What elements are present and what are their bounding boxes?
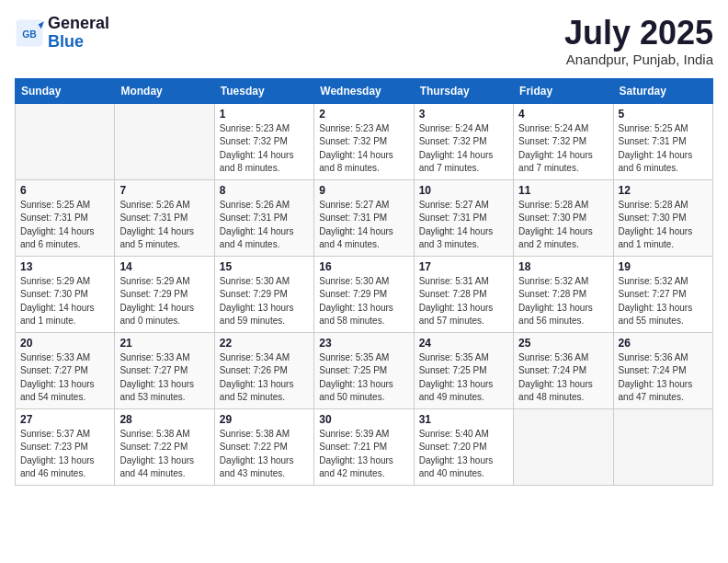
calendar-day-cell: 20Sunrise: 5:33 AM Sunset: 7:27 PM Dayli… (16, 332, 115, 408)
day-number: 8 (220, 184, 309, 197)
calendar-day-cell: 17Sunrise: 5:31 AM Sunset: 7:28 PM Dayli… (414, 256, 513, 332)
calendar-header: SundayMondayTuesdayWednesdayThursdayFrid… (16, 78, 713, 103)
day-detail: Sunrise: 5:35 AM Sunset: 7:25 PM Dayligh… (319, 351, 408, 405)
calendar-week-row: 20Sunrise: 5:33 AM Sunset: 7:27 PM Dayli… (16, 332, 713, 408)
logo: GB General Blue (15, 15, 109, 52)
day-detail: Sunrise: 5:30 AM Sunset: 7:29 PM Dayligh… (319, 275, 408, 328)
day-number: 12 (619, 184, 708, 197)
day-number: 20 (20, 337, 109, 350)
day-detail: Sunrise: 5:25 AM Sunset: 7:31 PM Dayligh… (20, 199, 109, 252)
day-number: 18 (518, 260, 608, 273)
calendar-day-cell (115, 103, 214, 179)
weekday-header: Tuesday (214, 78, 313, 103)
calendar-day-cell: 22Sunrise: 5:34 AM Sunset: 7:26 PM Dayli… (214, 332, 313, 408)
day-number: 7 (119, 184, 209, 197)
day-detail: Sunrise: 5:30 AM Sunset: 7:29 PM Dayligh… (220, 275, 309, 328)
day-number: 13 (20, 260, 109, 273)
calendar-table: SundayMondayTuesdayWednesdayThursdayFrid… (15, 78, 713, 486)
day-detail: Sunrise: 5:38 AM Sunset: 7:22 PM Dayligh… (220, 428, 309, 481)
weekday-header: Wednesday (314, 78, 414, 103)
day-number: 6 (20, 184, 109, 197)
day-detail: Sunrise: 5:32 AM Sunset: 7:27 PM Dayligh… (619, 275, 708, 328)
weekday-row: SundayMondayTuesdayWednesdayThursdayFrid… (16, 78, 713, 103)
calendar-day-cell: 27Sunrise: 5:37 AM Sunset: 7:23 PM Dayli… (16, 408, 115, 485)
day-number: 19 (619, 260, 708, 273)
day-detail: Sunrise: 5:38 AM Sunset: 7:22 PM Dayligh… (119, 428, 209, 481)
calendar-week-row: 6Sunrise: 5:25 AM Sunset: 7:31 PM Daylig… (16, 179, 713, 256)
calendar-day-cell: 8Sunrise: 5:26 AM Sunset: 7:31 PM Daylig… (214, 179, 313, 256)
calendar-day-cell: 9Sunrise: 5:27 AM Sunset: 7:31 PM Daylig… (314, 179, 414, 256)
calendar-day-cell: 2Sunrise: 5:23 AM Sunset: 7:32 PM Daylig… (314, 103, 414, 179)
title-block: July 2025 Anandpur, Punjab, India (564, 15, 713, 67)
day-number: 3 (419, 108, 508, 121)
day-number: 23 (319, 337, 408, 350)
weekday-header: Sunday (16, 78, 115, 103)
day-number: 1 (220, 108, 309, 121)
calendar-day-cell: 19Sunrise: 5:32 AM Sunset: 7:27 PM Dayli… (613, 256, 712, 332)
day-detail: Sunrise: 5:33 AM Sunset: 7:27 PM Dayligh… (20, 351, 109, 405)
day-detail: Sunrise: 5:36 AM Sunset: 7:24 PM Dayligh… (619, 351, 708, 405)
calendar-day-cell: 21Sunrise: 5:33 AM Sunset: 7:27 PM Dayli… (115, 332, 214, 408)
day-number: 2 (319, 108, 408, 121)
calendar-day-cell: 5Sunrise: 5:25 AM Sunset: 7:31 PM Daylig… (613, 103, 712, 179)
day-number: 9 (319, 184, 408, 197)
day-detail: Sunrise: 5:24 AM Sunset: 7:32 PM Dayligh… (518, 122, 608, 176)
day-detail: Sunrise: 5:37 AM Sunset: 7:23 PM Dayligh… (20, 428, 109, 481)
calendar-day-cell: 16Sunrise: 5:30 AM Sunset: 7:29 PM Dayli… (314, 256, 414, 332)
day-detail: Sunrise: 5:35 AM Sunset: 7:25 PM Dayligh… (419, 351, 508, 405)
day-number: 10 (419, 184, 508, 197)
logo-general: General (48, 15, 109, 33)
day-detail: Sunrise: 5:40 AM Sunset: 7:20 PM Dayligh… (419, 428, 508, 481)
day-detail: Sunrise: 5:26 AM Sunset: 7:31 PM Dayligh… (119, 199, 209, 252)
calendar-day-cell: 29Sunrise: 5:38 AM Sunset: 7:22 PM Dayli… (214, 408, 313, 485)
day-detail: Sunrise: 5:23 AM Sunset: 7:32 PM Dayligh… (220, 122, 309, 176)
day-detail: Sunrise: 5:39 AM Sunset: 7:21 PM Dayligh… (319, 428, 408, 481)
weekday-header: Thursday (414, 78, 513, 103)
page-header: GB General Blue July 2025 Anandpur, Punj… (15, 15, 713, 67)
svg-text:GB: GB (22, 29, 37, 40)
day-detail: Sunrise: 5:27 AM Sunset: 7:31 PM Dayligh… (319, 199, 408, 252)
day-number: 17 (419, 260, 508, 273)
day-number: 5 (619, 108, 708, 121)
calendar-day-cell: 23Sunrise: 5:35 AM Sunset: 7:25 PM Dayli… (314, 332, 414, 408)
day-detail: Sunrise: 5:28 AM Sunset: 7:30 PM Dayligh… (518, 199, 608, 252)
calendar-day-cell: 14Sunrise: 5:29 AM Sunset: 7:29 PM Dayli… (115, 256, 214, 332)
day-number: 28 (119, 413, 209, 426)
day-detail: Sunrise: 5:24 AM Sunset: 7:32 PM Dayligh… (419, 122, 508, 176)
day-detail: Sunrise: 5:34 AM Sunset: 7:26 PM Dayligh… (220, 351, 309, 405)
day-number: 22 (220, 337, 309, 350)
day-number: 26 (619, 337, 708, 350)
day-detail: Sunrise: 5:26 AM Sunset: 7:31 PM Dayligh… (220, 199, 309, 252)
calendar-body: 1Sunrise: 5:23 AM Sunset: 7:32 PM Daylig… (16, 103, 713, 485)
calendar-day-cell (613, 408, 712, 485)
calendar-day-cell (16, 103, 115, 179)
calendar-day-cell: 30Sunrise: 5:39 AM Sunset: 7:21 PM Dayli… (314, 408, 414, 485)
logo-text: General Blue (48, 15, 109, 52)
day-detail: Sunrise: 5:23 AM Sunset: 7:32 PM Dayligh… (319, 122, 408, 176)
calendar-day-cell: 28Sunrise: 5:38 AM Sunset: 7:22 PM Dayli… (115, 408, 214, 485)
calendar-day-cell: 13Sunrise: 5:29 AM Sunset: 7:30 PM Dayli… (16, 256, 115, 332)
calendar-day-cell: 18Sunrise: 5:32 AM Sunset: 7:28 PM Dayli… (514, 256, 613, 332)
logo-blue: Blue (48, 33, 109, 52)
calendar-day-cell (514, 408, 613, 485)
day-number: 29 (220, 413, 309, 426)
calendar-day-cell: 3Sunrise: 5:24 AM Sunset: 7:32 PM Daylig… (414, 103, 513, 179)
calendar-day-cell: 10Sunrise: 5:27 AM Sunset: 7:31 PM Dayli… (414, 179, 513, 256)
day-number: 31 (419, 413, 508, 426)
logo-icon: GB (15, 18, 44, 48)
calendar-week-row: 27Sunrise: 5:37 AM Sunset: 7:23 PM Dayli… (16, 408, 713, 485)
day-number: 30 (319, 413, 408, 426)
day-detail: Sunrise: 5:32 AM Sunset: 7:28 PM Dayligh… (518, 275, 608, 328)
calendar-day-cell: 31Sunrise: 5:40 AM Sunset: 7:20 PM Dayli… (414, 408, 513, 485)
day-detail: Sunrise: 5:29 AM Sunset: 7:29 PM Dayligh… (119, 275, 209, 328)
calendar-day-cell: 4Sunrise: 5:24 AM Sunset: 7:32 PM Daylig… (514, 103, 613, 179)
day-number: 16 (319, 260, 408, 273)
calendar-day-cell: 15Sunrise: 5:30 AM Sunset: 7:29 PM Dayli… (214, 256, 313, 332)
calendar-day-cell: 6Sunrise: 5:25 AM Sunset: 7:31 PM Daylig… (16, 179, 115, 256)
weekday-header: Saturday (613, 78, 712, 103)
day-number: 21 (119, 337, 209, 350)
month-title: July 2025 (564, 15, 713, 52)
day-detail: Sunrise: 5:31 AM Sunset: 7:28 PM Dayligh… (419, 275, 508, 328)
location: Anandpur, Punjab, India (564, 52, 713, 67)
calendar-day-cell: 12Sunrise: 5:28 AM Sunset: 7:30 PM Dayli… (613, 179, 712, 256)
